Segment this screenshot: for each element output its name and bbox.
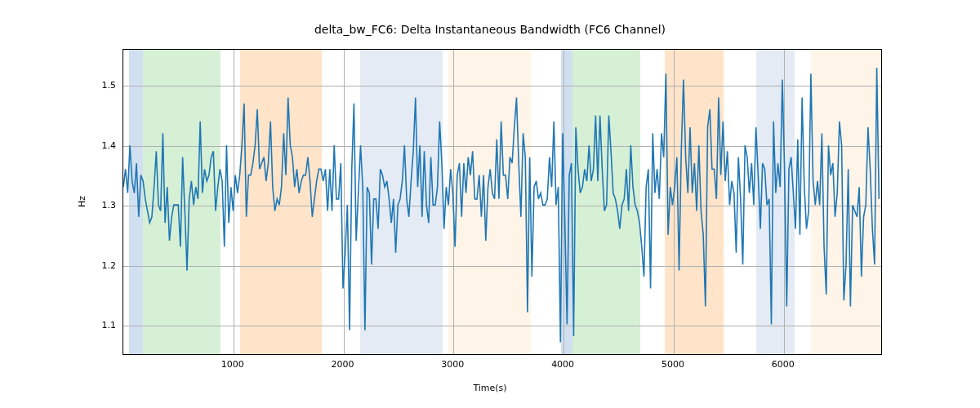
x-tick-label: 6000 [772,359,795,370]
y-axis-label: Hz [77,196,87,207]
y-tick-label: 1.5 [102,80,117,91]
x-tick-label: 4000 [551,359,574,370]
x-tick-label: 5000 [662,359,684,370]
x-tick-label: 2000 [332,359,354,370]
series-line [123,68,879,342]
line-series [123,50,881,354]
chart-title: delta_bw_FC6: Delta Instantaneous Bandwi… [0,23,980,36]
x-axis-label: Time(s) [0,383,980,393]
x-tick-label: 3000 [441,359,464,370]
y-tick-label: 1.1 [102,320,117,330]
plot-area [122,49,882,355]
figure: delta_bw_FC6: Delta Instantaneous Bandwi… [0,0,980,408]
y-tick-label: 1.3 [102,200,117,211]
x-tick-label: 1000 [221,359,244,370]
y-tick-label: 1.2 [102,259,117,270]
y-tick-label: 1.4 [102,140,117,150]
